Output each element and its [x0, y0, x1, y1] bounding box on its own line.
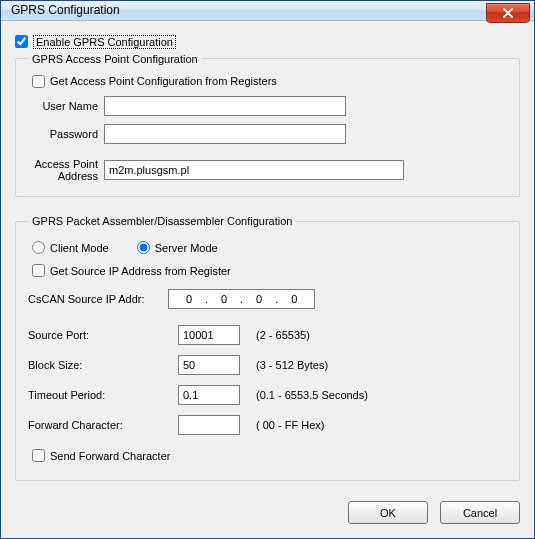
- apn-address-row: Access Point Address: [28, 158, 507, 182]
- server-mode-radio[interactable]: [137, 241, 150, 254]
- apn-from-registers-label[interactable]: Get Access Point Configuration from Regi…: [50, 75, 277, 87]
- source-ip-reg-checkbox[interactable]: [32, 264, 45, 277]
- ip-octet-1[interactable]: [175, 293, 203, 305]
- block-size-label: Block Size:: [28, 359, 178, 371]
- password-input[interactable]: [104, 124, 346, 144]
- source-port-input[interactable]: [178, 325, 240, 345]
- pad-group: GPRS Packet Assembler/Disassembler Confi…: [15, 215, 520, 481]
- source-port-hint: (2 - 65535): [256, 329, 310, 341]
- close-icon: [503, 8, 513, 18]
- cscan-ip-input[interactable]: . . .: [168, 289, 315, 309]
- forward-char-label: Forward Character:: [28, 419, 178, 431]
- apn-address-input[interactable]: [104, 160, 404, 180]
- client-mode-label: Client Mode: [50, 242, 109, 254]
- forward-char-input[interactable]: [178, 415, 240, 435]
- source-ip-reg-label[interactable]: Get Source IP Address from Register: [50, 265, 231, 277]
- cscan-ip-label: CsCAN Source IP Addr:: [28, 293, 168, 305]
- dialog-window: GPRS Configuration Enable GPRS Configura…: [0, 0, 535, 539]
- apn-from-registers-row: Get Access Point Configuration from Regi…: [32, 75, 507, 88]
- apn-address-label: Access Point Address: [28, 158, 104, 182]
- username-row: User Name: [28, 96, 507, 116]
- cancel-button[interactable]: Cancel: [440, 501, 520, 524]
- ip-dot: .: [203, 293, 210, 305]
- block-size-hint: (3 - 512 Bytes): [256, 359, 328, 371]
- password-row: Password: [28, 124, 507, 144]
- ip-dot: .: [238, 293, 245, 305]
- pad-legend: GPRS Packet Assembler/Disassembler Confi…: [28, 215, 296, 227]
- dialog-content: Enable GPRS Configuration GPRS Access Po…: [1, 21, 534, 491]
- window-title: GPRS Configuration: [11, 3, 120, 17]
- source-ip-reg-row: Get Source IP Address from Register: [32, 264, 507, 277]
- server-mode-option[interactable]: Server Mode: [137, 241, 218, 254]
- block-size-input[interactable]: [178, 355, 240, 375]
- client-mode-radio[interactable]: [32, 241, 45, 254]
- apn-from-registers-checkbox[interactable]: [32, 75, 45, 88]
- dialog-buttons: OK Cancel: [1, 491, 534, 538]
- block-size-row: Block Size: (3 - 512 Bytes): [28, 355, 507, 375]
- password-label: Password: [28, 128, 104, 140]
- send-forward-row: Send Forward Character: [32, 449, 507, 462]
- cscan-ip-row: CsCAN Source IP Addr: . . .: [28, 289, 507, 309]
- send-forward-checkbox[interactable]: [32, 449, 45, 462]
- source-port-label: Source Port:: [28, 329, 178, 341]
- client-mode-option[interactable]: Client Mode: [32, 241, 109, 254]
- server-mode-label: Server Mode: [155, 242, 218, 254]
- apn-group: GPRS Access Point Configuration Get Acce…: [15, 53, 520, 197]
- username-label: User Name: [28, 100, 104, 112]
- timeout-label: Timeout Period:: [28, 389, 178, 401]
- timeout-input[interactable]: [178, 385, 240, 405]
- enable-gprs-label[interactable]: Enable GPRS Configuration: [33, 35, 176, 49]
- forward-char-hint: ( 00 - FF Hex): [256, 419, 324, 431]
- enable-gprs-row: Enable GPRS Configuration: [15, 35, 520, 49]
- ip-octet-2[interactable]: [210, 293, 238, 305]
- source-port-row: Source Port: (2 - 65535): [28, 325, 507, 345]
- close-button[interactable]: [486, 3, 530, 23]
- mode-row: Client Mode Server Mode: [32, 241, 507, 254]
- apn-legend: GPRS Access Point Configuration: [28, 53, 202, 65]
- ip-octet-4[interactable]: [280, 293, 308, 305]
- ip-dot: .: [273, 293, 280, 305]
- username-input[interactable]: [104, 96, 346, 116]
- send-forward-label[interactable]: Send Forward Character: [50, 450, 170, 462]
- ip-octet-3[interactable]: [245, 293, 273, 305]
- ok-button[interactable]: OK: [348, 501, 428, 524]
- timeout-row: Timeout Period: (0.1 - 6553.5 Seconds): [28, 385, 507, 405]
- forward-char-row: Forward Character: ( 00 - FF Hex): [28, 415, 507, 435]
- enable-gprs-checkbox[interactable]: [15, 35, 28, 48]
- timeout-hint: (0.1 - 6553.5 Seconds): [256, 389, 368, 401]
- titlebar: GPRS Configuration: [1, 1, 534, 21]
